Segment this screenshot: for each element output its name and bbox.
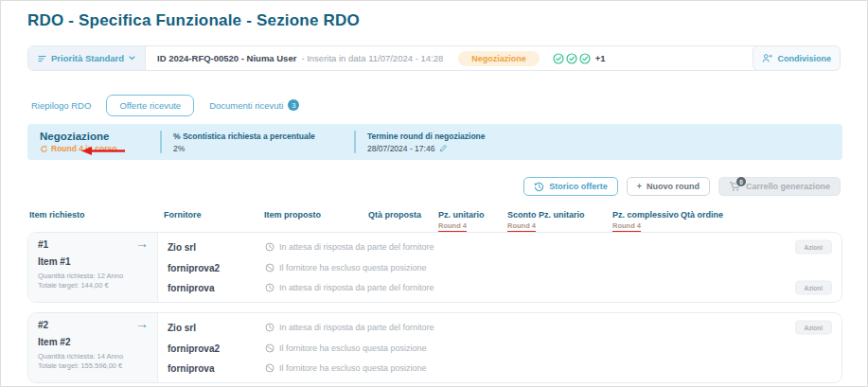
supplier-name: Zio srl: [168, 241, 196, 252]
col-fornitore: Fornitore: [164, 210, 202, 220]
col-pz-complessivo: Pz. complessivo Round 4: [612, 210, 679, 233]
round-refresh-icon: [40, 145, 48, 153]
actions-button[interactable]: Azioni: [795, 239, 833, 254]
discount-label: % Scontistica richiesta a percentuale: [173, 132, 354, 141]
discount-column: % Scontistica richiesta a percentuale 2%: [162, 132, 354, 153]
documents-count-badge: 3: [288, 99, 299, 111]
clock-icon: [265, 242, 275, 252]
approval-check-icons: +1: [553, 46, 606, 70]
actions-button[interactable]: Azioni: [795, 320, 833, 334]
item-target-total: Totale target: 144,00 €: [38, 281, 148, 290]
col-qta-ordine: Qtà ordine: [681, 210, 723, 220]
supplier-row: forniprova Il fornitore ha escluso quest…: [158, 358, 841, 378]
supplier-name: forniprova: [168, 363, 214, 374]
col-item-richiesto: Item richiesto: [29, 210, 85, 220]
tab-riepilogo-rdo[interactable]: Riepilogo RDO: [29, 95, 93, 116]
deadline-column: Termine round di negoziazione 28/07/2024…: [356, 132, 486, 153]
sort-priority-icon: [38, 55, 46, 62]
clock-icon: [265, 323, 275, 332]
extra-approvers-count: +1: [595, 53, 606, 63]
supplier-row: forniprova2 Il fornitore ha escluso ques…: [158, 257, 841, 278]
excluded-icon: [265, 363, 275, 373]
rfq-inserted-info: - Inserita in data 11/07/2024 - 14:28: [301, 53, 443, 63]
supplier-status: In attesa di risposta da parte del forni…: [265, 242, 434, 252]
deadline-value: 28/07/2024 - 17:46: [367, 144, 434, 153]
actions-button[interactable]: Azioni: [795, 281, 833, 295]
negotiation-title: Negoziazione: [40, 131, 160, 142]
rfq-id-line: ID 2024-RFQ-00520 - Niuma User - Inserit…: [157, 46, 443, 70]
supplier-name: Zio srl: [168, 322, 196, 332]
item-card-2: #2 → Item #2 Quantità richiesta: 14 Anno…: [27, 312, 842, 383]
item-quantity: Quantità richiesta: 14 Anno: [38, 352, 148, 361]
priority-label: Priorità Standard: [51, 53, 124, 63]
supplier-row: forniprova In attesa di risposta da part…: [158, 277, 841, 298]
status-badge: Negoziazione: [458, 51, 540, 66]
edit-deadline-icon[interactable]: [439, 144, 448, 152]
tab-bar: Riepilogo RDO Offerte ricevute Documenti…: [29, 94, 301, 116]
col-pz-unitario: Pz. unitario Round 4: [438, 210, 485, 233]
discount-value: 2%: [173, 144, 354, 153]
item-quantity: Quantità richiesta: 12 Anno: [38, 272, 148, 280]
page-title: RDO - Specifica Funzionale - Sezione RDO: [27, 11, 360, 30]
offer-history-button[interactable]: Storico offerte: [523, 177, 618, 196]
history-icon: [534, 182, 544, 192]
plus-icon: +: [637, 182, 642, 191]
tab-documenti-ricevuti[interactable]: Documenti ricevuti 3: [207, 94, 301, 116]
supplier-status: In attesa di risposta da parte del forni…: [265, 323, 434, 332]
cart-generation-button[interactable]: 0 Carrello generazione: [718, 177, 841, 196]
supplier-name: forniprova2: [168, 262, 220, 273]
rdo-page: RDO - Specifica Funzionale - Sezione RDO…: [0, 0, 868, 387]
deadline-label: Termine round di negoziazione: [367, 132, 486, 141]
person-share-icon: [762, 53, 772, 63]
annotation-arrow: [81, 143, 127, 160]
item-summary-cell: #2 → Item #2 Quantità richiesta: 14 Anno…: [28, 313, 158, 382]
supplier-status: Il fornitore ha escluso questa posizione: [265, 363, 427, 373]
chevron-down-icon: [129, 56, 135, 61]
supplier-row: Zio srl In attesa di risposta da parte d…: [158, 237, 841, 257]
excluded-icon: [265, 343, 275, 353]
col-qta-proposta: Qtà proposta: [368, 210, 421, 220]
clock-icon: [265, 283, 275, 292]
priority-dropdown[interactable]: Priorità Standard: [28, 46, 146, 70]
item-code: #2: [38, 320, 148, 330]
check-circle-icon: [553, 53, 564, 64]
cart-count-badge: 0: [736, 177, 746, 186]
rfq-header-bar: Priorità Standard ID 2024-RFQ-00520 - Ni…: [27, 45, 777, 71]
offers-toolbar: Storico offerte + Nuovo round 0 Carrello…: [523, 177, 841, 196]
item-summary-cell: #1 → Item #1 Quantità richiesta: 12 Anno…: [28, 233, 158, 302]
supplier-status: Il fornitore ha escluso questa posizione: [265, 343, 427, 353]
item-name: Item #2: [38, 337, 148, 347]
item-code: #1: [38, 239, 148, 250]
item-target-total: Totale target: 155.596,00 €: [38, 361, 148, 370]
check-circle-icon: [566, 53, 577, 64]
check-circle-icon: [579, 53, 591, 64]
col-sconto-pz-unitario: Sconto Pz. unitario Round 4: [507, 210, 585, 233]
supplier-row: forniprova2 Il fornitore ha escluso ques…: [158, 338, 841, 359]
excluded-icon: [265, 263, 275, 273]
supplier-status: Il fornitore ha escluso questa posizione: [265, 263, 427, 273]
supplier-status: In attesa di risposta da parte del forni…: [265, 283, 434, 292]
share-button[interactable]: Condivisione: [753, 45, 841, 71]
supplier-name: forniprova2: [168, 343, 220, 353]
item-card-1: #1 → Item #1 Quantità richiesta: 12 Anno…: [27, 232, 842, 303]
new-round-button[interactable]: + Nuovo round: [627, 177, 710, 196]
supplier-name: forniprova: [168, 283, 214, 293]
item-detail-arrow-icon[interactable]: →: [135, 316, 149, 331]
share-label: Condivisione: [777, 54, 831, 63]
tab-offerte-ricevute[interactable]: Offerte ricevute: [106, 95, 194, 116]
col-item-proposto: Item proposto: [264, 210, 321, 220]
item-detail-arrow-icon[interactable]: →: [135, 236, 149, 251]
negotiation-info-band: Negoziazione Round 4 in corso % Scontist…: [27, 124, 842, 160]
item-name: Item #1: [38, 256, 148, 267]
supplier-row: Zio srl In attesa di risposta da parte d…: [158, 317, 841, 338]
rfq-id: ID 2024-RFQ-00520 - Niuma User: [157, 53, 296, 63]
